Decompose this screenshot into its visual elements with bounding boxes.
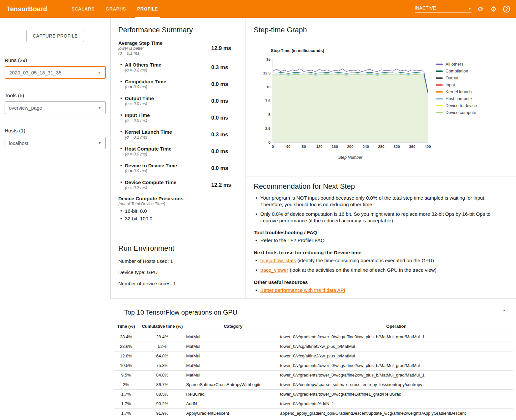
- tfdata-performance-link[interactable]: Better performance with the tf.data API: [260, 287, 345, 293]
- top-ops-table: Time (%) Cumulative time (%) Category Op…: [114, 321, 513, 418]
- svg-text:0: 0: [269, 140, 271, 144]
- metric-row: Device to Device Time (σ = 0.0 ms) 0.0 m…: [118, 163, 239, 174]
- svg-text:0: 0: [272, 145, 274, 149]
- svg-text:400: 400: [424, 145, 431, 149]
- table-row: 1.7%90.2%AddNtower_0/v/gradients/AddN_1: [114, 399, 513, 408]
- column-header-operation: Operation: [280, 321, 513, 332]
- svg-text:320: 320: [393, 145, 400, 149]
- cell-operation: tower_0/v/gradients/tower_0/v/cg/affine0…: [280, 332, 513, 342]
- legend-swatch: [436, 77, 443, 79]
- next-tool-item: tensorflow_stats (identify the time-cons…: [254, 257, 501, 264]
- column-header-category: Category: [186, 321, 280, 332]
- svg-text:7.5: 7.5: [265, 99, 271, 103]
- table-row: 2%86.7%SparseSoftmaxCrossEntropyWithLogi…: [114, 380, 513, 389]
- legend-swatch: [436, 98, 443, 99]
- legend-label: All others: [445, 62, 463, 67]
- metric-label: Output Time: [125, 96, 211, 101]
- svg-text:15: 15: [266, 57, 271, 61]
- metric-value: 0.0 ms: [211, 165, 228, 171]
- precision-item: 16-bit: 0.0: [118, 208, 239, 214]
- run-status-dropdown[interactable]: INACTIVE ▼: [415, 5, 472, 13]
- svg-text:280: 280: [378, 145, 384, 149]
- cell-operation: tower_0/v/gradients/tower_0/v/cg/affine2…: [280, 361, 513, 370]
- metric-value: 0.0 ms: [211, 81, 228, 87]
- legend-label: Device to device: [445, 103, 477, 108]
- cell-time: 23.6%: [114, 342, 138, 351]
- tab-graphs[interactable]: GRAPHS: [100, 0, 132, 18]
- cell-cumulative: 90.2%: [138, 399, 186, 408]
- top-bar: TensorBoard SCALARS GRAPHS PROFILE INACT…: [0, 0, 516, 18]
- metric-sigma: (σ = 0.0 ms): [125, 169, 211, 174]
- metric-label: Host Compute Time: [125, 146, 211, 152]
- svg-text:360: 360: [409, 145, 415, 149]
- cell-category: ReluGrad: [186, 389, 280, 399]
- legend-label: Host compute: [445, 96, 472, 101]
- help-icon[interactable]: ?: [503, 6, 510, 13]
- settings-icon[interactable]: ⚙: [490, 6, 497, 13]
- app-title: TensorBoard: [7, 5, 66, 13]
- step-time-chart-svg: Step Time (in milliseconds)02.557.51012.…: [260, 47, 432, 161]
- legend-item: Device to device: [436, 102, 477, 109]
- runs-dropdown[interactable]: 2020_03_05_18_31_35 ▼: [5, 66, 106, 79]
- tab-scalars[interactable]: SCALARS: [66, 0, 100, 18]
- legend-item: Host compute: [436, 95, 477, 102]
- run-environment-title: Run Environment: [118, 244, 239, 253]
- performance-summary-card: Performance Summary Average Step Time lo…: [110, 18, 245, 298]
- other-resource-item: Better performance with the tf.data API: [254, 287, 501, 294]
- faq-item: Refer to the TF2 Profiler FAQ: [254, 237, 501, 244]
- cell-cumulative: 84.8%: [138, 370, 186, 380]
- metric-sigma: (σ = 0.1 ms): [125, 135, 211, 140]
- legend-swatch: [436, 64, 443, 65]
- trace-viewer-link[interactable]: trace_viewer: [260, 267, 288, 273]
- cell-cumulative: 86.7%: [138, 380, 186, 389]
- cell-operation: tower_0/v/cg/affine2/xw_plus_b/MatMul: [280, 351, 513, 361]
- metric-value: 0.0 ms: [211, 148, 228, 154]
- metric-label: Device to Device Time: [125, 163, 211, 169]
- env-line: Number of device cores: 1: [118, 281, 239, 286]
- cell-operation: tower_0/v/gradients/AddN_1: [280, 399, 513, 408]
- table-row: 1.7%91.9%ApplyGradientDescentappend_appl…: [114, 408, 513, 418]
- legend-swatch: [436, 112, 443, 113]
- metric-value: 0.0 ms: [211, 98, 228, 104]
- svg-text:12.5: 12.5: [263, 71, 271, 75]
- cell-category: MatMul: [186, 361, 280, 370]
- cell-operation: tower_0/v/xentropy/sparse_softmax_cross_…: [280, 380, 513, 389]
- legend-swatch: [436, 84, 443, 86]
- legend-item: Compilation: [436, 68, 477, 74]
- run-environment-card: Run Environment Number of Hosts used: 1 …: [111, 236, 245, 286]
- metric-row: Host Compute Time (σ = 0.0 ms) 0.0 ms: [118, 146, 239, 157]
- cell-time: 12.8%: [114, 351, 138, 361]
- hosts-dropdown[interactable]: localhost ▼: [5, 137, 106, 149]
- metric-sigma: (σ = 0.2 ms): [125, 185, 211, 190]
- recommendation-card: Recommendation for Next Step Your progra…: [245, 177, 516, 296]
- legend-swatch: [436, 70, 443, 72]
- metric-row: All Others Time (σ = 0.2 ms) 0.3 ms: [118, 62, 239, 73]
- tab-profile[interactable]: PROFILE: [131, 0, 163, 18]
- collapse-chevron-up-icon[interactable]: ⌃: [502, 309, 507, 315]
- table-row: 9.5%84.8%MatMultower_0/v/gradients/tower…: [114, 370, 513, 380]
- run-status-value: INACTIVE: [415, 5, 436, 11]
- svg-text:240: 240: [362, 145, 369, 149]
- legend-swatch: [436, 105, 443, 106]
- metric-label: Input Time: [125, 112, 211, 118]
- metric-sigma: (σ = 0.0 ms): [125, 152, 211, 157]
- column-header-cumulative: Cumulative time (%): [138, 321, 186, 332]
- table-row: 1.7%88.5%ReluGradtower_0/v/gradients/tow…: [114, 389, 513, 399]
- other-resources-heading: Other useful resources: [254, 279, 501, 285]
- svg-text:200: 200: [347, 145, 353, 149]
- metric-row: Input Time (σ = 0.0 ms) 0.0 ms: [118, 112, 239, 123]
- runs-label: Runs (29): [5, 57, 110, 63]
- env-line: Device type: GPU: [118, 269, 239, 275]
- metric-row: Output Time (σ = 0.0 ms) 0.0 ms: [118, 96, 239, 106]
- capture-profile-button[interactable]: CAPTURE PROFILE: [26, 30, 84, 42]
- cell-time: 1.7%: [114, 399, 138, 408]
- tools-dropdown[interactable]: overview_page ▼: [5, 101, 106, 114]
- refresh-icon[interactable]: ⟳: [478, 6, 484, 13]
- tensorflow-stats-link[interactable]: tensorflow_stats: [260, 258, 296, 263]
- top-ops-card: Top 10 TensorFlow operations on GPU ⌃ Ti…: [110, 299, 516, 418]
- cell-cumulative: 91.9%: [138, 408, 186, 418]
- chart-plot-area: Step Time (in milliseconds)02.557.51012.…: [260, 47, 432, 162]
- recommendation-bullet: Only 0.0% of device computation is 16 bi…: [254, 211, 501, 224]
- cell-cumulative: 28.4%: [138, 332, 186, 342]
- legend-item: All others: [436, 61, 477, 68]
